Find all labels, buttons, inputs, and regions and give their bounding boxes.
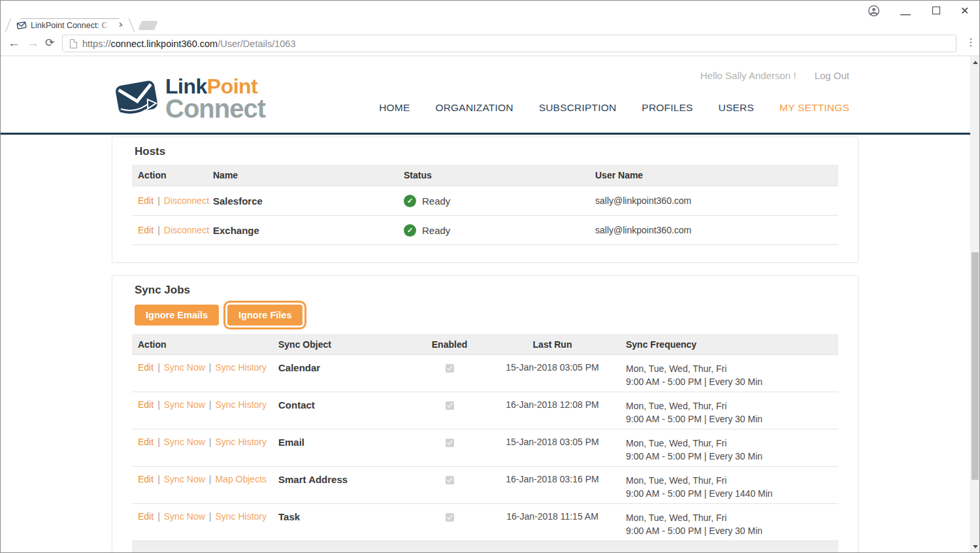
sync-object-name: Smart Address bbox=[272, 474, 414, 485]
link-separator: | bbox=[209, 511, 212, 522]
frequency-time: 9:00 AM - 5:00 PM | Every 30 Min bbox=[626, 412, 838, 426]
col-header-action: Action bbox=[132, 339, 272, 350]
host-name: Salesforce bbox=[207, 195, 398, 207]
link-separator: | bbox=[157, 511, 160, 522]
nav-item-users[interactable]: USERS bbox=[719, 102, 754, 114]
main-navigation: HOME ORGANIZATION SUBSCRIPTION PROFILES … bbox=[379, 102, 849, 114]
page-document-icon[interactable] bbox=[70, 39, 77, 48]
link-separator: | bbox=[157, 399, 160, 410]
new-tab-button[interactable] bbox=[138, 21, 158, 30]
enabled-checkbox[interactable] bbox=[446, 439, 454, 447]
link-separator: | bbox=[209, 437, 212, 447]
page-scrollbar[interactable] bbox=[970, 56, 979, 553]
ignore-files-button[interactable]: Ignore Files bbox=[227, 305, 302, 326]
col-header-sync-object: Sync Object bbox=[272, 339, 414, 350]
disconnect-link[interactable]: Disconnect bbox=[164, 195, 209, 206]
linkpoint-logo[interactable]: LinkPoint Connect bbox=[112, 74, 265, 122]
sync-history-link[interactable]: Sync History bbox=[215, 437, 267, 447]
sync-now-link[interactable]: Sync Now bbox=[164, 437, 205, 447]
edit-link[interactable]: Edit bbox=[138, 362, 154, 373]
browser-tab[interactable]: LinkPoint Connect: Cloud ✕ bbox=[14, 18, 126, 31]
enabled-checkbox[interactable] bbox=[446, 401, 454, 410]
browser-profile-icon[interactable] bbox=[868, 5, 880, 17]
sync-row-task: Edit|Sync Now|Sync History Task 16-Jan-2… bbox=[132, 504, 838, 541]
disconnect-link[interactable]: Disconnect bbox=[164, 225, 209, 235]
nav-item-subscription[interactable]: SUBSCRIPTION bbox=[539, 102, 617, 114]
sync-frequency-value: Mon, Tue, Wed, Thur, Fri 9:00 AM - 5:00 … bbox=[619, 511, 838, 537]
tab-close-icon[interactable]: ✕ bbox=[118, 20, 125, 29]
reload-icon[interactable]: ⟳ bbox=[45, 35, 54, 51]
scroll-up-icon[interactable] bbox=[973, 61, 978, 64]
link-separator: | bbox=[157, 474, 160, 484]
edit-link[interactable]: Edit bbox=[138, 511, 154, 522]
sync-now-link[interactable]: Sync Now bbox=[164, 362, 205, 373]
status-text: Ready bbox=[422, 195, 450, 207]
sync-frequency-value: Mon, Tue, Wed, Thur, Fri 9:00 AM - 5:00 … bbox=[619, 474, 838, 500]
sync-jobs-card: Sync Jobs Ignore Emails Ignore Files Act… bbox=[112, 275, 858, 553]
hosts-section-title: Hosts bbox=[135, 145, 858, 158]
site-header: LinkPoint Connect Hello Sally Anderson !… bbox=[1, 56, 972, 135]
hosts-table: Action Name Status User Name Edit|Discon… bbox=[132, 165, 838, 245]
edit-link[interactable]: Edit bbox=[138, 225, 154, 235]
sync-row-email: Edit|Sync Now|Sync History Email 15-Jan-… bbox=[132, 429, 838, 467]
sync-row-contact: Edit|Sync Now|Sync History Contact 16-Ja… bbox=[132, 392, 838, 429]
url-text[interactable]: https://connect.linkpoint360.com/User/De… bbox=[82, 39, 295, 49]
sync-now-link[interactable]: Sync Now bbox=[164, 399, 205, 410]
url-scheme: https:// bbox=[82, 39, 111, 49]
browser-window: LinkPoint Connect: Cloud ✕ — ✕ ← → ⟳ htt… bbox=[0, 0, 980, 553]
status-text: Ready bbox=[422, 225, 450, 236]
back-icon[interactable]: ← bbox=[8, 35, 20, 51]
sync-jobs-section-title: Sync Jobs bbox=[135, 284, 858, 297]
link-separator: | bbox=[157, 437, 160, 447]
enabled-checkbox[interactable] bbox=[446, 364, 454, 373]
edit-link[interactable]: Edit bbox=[138, 399, 154, 410]
ignore-files-focus-ring: Ignore Files bbox=[223, 301, 306, 329]
sync-history-link[interactable]: Sync History bbox=[215, 399, 267, 410]
sync-jobs-table: Action Sync Object Enabled Last Run Sync… bbox=[132, 334, 838, 553]
scroll-down-icon[interactable] bbox=[973, 545, 978, 548]
linkpoint-favicon-envelope-icon bbox=[16, 20, 27, 30]
address-bar[interactable]: https://connect.linkpoint360.com/User/De… bbox=[62, 35, 956, 52]
sync-now-link[interactable]: Sync Now bbox=[164, 474, 205, 484]
sync-object-name: Email bbox=[272, 437, 414, 448]
sync-object-name: Task bbox=[272, 511, 414, 522]
browser-menu-icon[interactable]: ⋮ bbox=[966, 36, 976, 48]
frequency-time: 9:00 AM - 5:00 PM | Every 1440 Min bbox=[626, 487, 838, 500]
map-objects-link[interactable]: Map Objects bbox=[215, 474, 267, 484]
forward-icon[interactable]: → bbox=[27, 35, 39, 51]
logo-wordmark-bottom: Connect bbox=[165, 95, 265, 122]
nav-item-home[interactable]: HOME bbox=[379, 102, 410, 114]
minimize-button[interactable]: — bbox=[900, 13, 909, 15]
sync-history-link[interactable]: Sync History bbox=[215, 511, 267, 522]
frequency-days: Mon, Tue, Wed, Thur, Fri bbox=[626, 437, 838, 450]
ready-check-icon: ✓ bbox=[404, 195, 416, 207]
enabled-checkbox[interactable] bbox=[446, 513, 454, 522]
edit-link[interactable]: Edit bbox=[138, 474, 154, 484]
link-separator: | bbox=[157, 225, 160, 235]
scrollbar-thumb[interactable] bbox=[972, 252, 979, 480]
col-header-action: Action bbox=[132, 170, 207, 180]
edit-link[interactable]: Edit bbox=[138, 437, 154, 447]
hosts-table-header: Action Name Status User Name bbox=[132, 165, 838, 186]
enabled-checkbox[interactable] bbox=[446, 476, 454, 484]
nav-item-my-settings[interactable]: MY SETTINGS bbox=[779, 102, 849, 114]
ignore-emails-button[interactable]: Ignore Emails bbox=[135, 305, 219, 326]
sync-frequency-value: Mon, Tue, Wed, Thur, Fri 9:00 AM - 5:00 … bbox=[619, 362, 838, 388]
frequency-time: 9:00 AM - 5:00 PM | Every 30 Min bbox=[626, 524, 838, 537]
frequency-time: 9:00 AM - 5:00 PM | Every 30 Min bbox=[626, 375, 838, 388]
sync-history-link[interactable]: Sync History bbox=[215, 362, 267, 373]
nav-item-profiles[interactable]: PROFILES bbox=[642, 102, 693, 114]
last-run-value: 15-Jan-2018 03:05 PM bbox=[485, 362, 619, 373]
hosts-card: Hosts Action Name Status User Name Edit|… bbox=[112, 137, 858, 263]
ready-check-icon: ✓ bbox=[404, 224, 416, 237]
edit-link[interactable]: Edit bbox=[138, 195, 154, 206]
nav-item-organization[interactable]: ORGANIZATION bbox=[435, 102, 513, 114]
close-button[interactable]: ✕ bbox=[960, 5, 969, 17]
tab-title-fade bbox=[100, 21, 109, 31]
sync-now-link[interactable]: Sync Now bbox=[164, 511, 205, 522]
frequency-time: 9:00 AM - 5:00 PM | Every 30 Min bbox=[626, 450, 838, 463]
sync-object-name: Calendar bbox=[272, 362, 414, 373]
logout-link[interactable]: Log Out bbox=[815, 70, 849, 81]
maximize-button[interactable] bbox=[932, 7, 940, 14]
url-domain: connect.linkpoint360.com bbox=[111, 39, 218, 49]
